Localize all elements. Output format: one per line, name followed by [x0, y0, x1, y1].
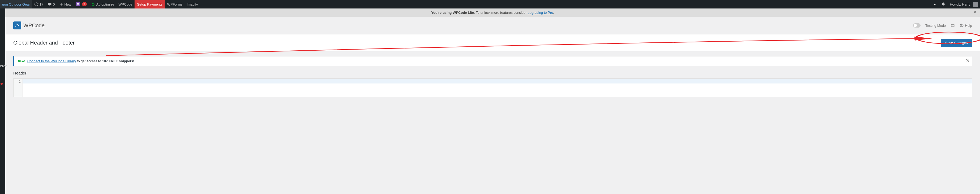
avatar: [973, 2, 978, 6]
my-account-item[interactable]: Howdy, Harry: [948, 0, 980, 8]
wpcode-header: /> WPCode Testing Mode Help: [5, 17, 980, 34]
wpforms-badge: 2: [82, 2, 87, 6]
comments-item[interactable]: 0: [45, 0, 57, 8]
howdy-text: Howdy, Harry: [950, 2, 970, 6]
header-section: Header 1: [13, 71, 972, 97]
help-label: Help: [965, 24, 972, 28]
testing-mode-toggle[interactable]: [913, 23, 921, 28]
editor-active-line: [22, 79, 972, 84]
close-icon[interactable]: [973, 10, 977, 15]
setup-payments-label: Setup Payments: [137, 2, 162, 6]
library-notice: NEW! Connect to the WPCode Library to ge…: [13, 56, 972, 66]
library-link[interactable]: Connect to the WPCode Library: [27, 59, 76, 63]
sidebar-item-commerce[interactable]: erce: [0, 62, 5, 71]
wpcode-label: WPCode: [119, 2, 132, 6]
svg-rect-2: [77, 5, 78, 5]
setup-payments-item[interactable]: Setup Payments: [135, 0, 165, 8]
svg-rect-0: [77, 3, 78, 4]
wpcode-header-tools: Testing Mode Help: [913, 23, 972, 28]
refresh-icon: [34, 2, 38, 6]
comment-icon: [48, 2, 52, 6]
upgrade-notice-bar: You're using WPCode Lite. To unlock more…: [5, 8, 980, 17]
upgrade-prefix: You're using WPCode Lite: [431, 11, 474, 14]
save-changes-button[interactable]: Save Changes: [941, 39, 972, 47]
testing-mode-label: Testing Mode: [925, 24, 946, 28]
line-number: 1: [15, 80, 21, 84]
upgrade-suffix: .: [553, 11, 554, 14]
notice-middle: to get access to: [76, 59, 102, 63]
wpforms-label: WPForms: [167, 2, 183, 6]
help-item[interactable]: Help: [959, 23, 972, 28]
notice-bold: 187 FREE snippets: [102, 59, 133, 63]
comments-count: 0: [53, 2, 55, 6]
power-icon: [91, 2, 95, 6]
admin-sidebar-fragment: erce: [0, 8, 5, 99]
autoptimize-label: Autoptimize: [96, 2, 115, 6]
autoptimize-item[interactable]: Autoptimize: [89, 0, 116, 8]
sparkle-icon: ✦: [933, 2, 937, 6]
header-code-editor[interactable]: 1: [13, 79, 972, 97]
window-icon[interactable]: [951, 23, 955, 28]
imagify-label: Imagify: [187, 2, 198, 6]
new-item[interactable]: New: [57, 0, 73, 8]
site-name-item[interactable]: gon Outdoor Gear: [0, 0, 32, 8]
dismiss-notice-icon[interactable]: [966, 59, 969, 64]
plus-icon: [59, 2, 64, 6]
svg-rect-1: [77, 4, 78, 5]
svg-rect-5: [951, 24, 954, 27]
wp-admin-bar: gon Outdoor Gear 17 0 New 2 Autoptimize …: [0, 0, 980, 8]
wpcode-brand: WPCode: [23, 22, 45, 28]
upgrade-link[interactable]: upgrading to Pro: [528, 11, 553, 14]
form-icon: [76, 2, 80, 6]
admin-bar-right: ✦ Howdy, Harry: [931, 0, 980, 8]
help-icon: [959, 23, 964, 28]
notice-suffix: !: [133, 59, 134, 63]
updates-count: 17: [40, 2, 43, 6]
svg-point-8: [962, 26, 962, 27]
page-title: Global Header and Footer: [13, 40, 75, 46]
site-name: gon Outdoor Gear: [2, 2, 30, 6]
new-label: New: [65, 2, 72, 6]
wpcode-menu-item[interactable]: WPCode: [116, 0, 135, 8]
upgrade-middle: . To unlock more features consider: [474, 11, 528, 14]
wpcode-logo[interactable]: /> WPCode: [13, 22, 45, 29]
editor-gutter: 1: [14, 79, 22, 97]
wpforms-menu-item[interactable]: WPForms: [165, 0, 185, 8]
header-section-title: Header: [13, 71, 972, 75]
editor-code-area[interactable]: [22, 79, 972, 97]
imagify-item[interactable]: Imagify: [185, 0, 200, 8]
updates-item[interactable]: 17: [32, 0, 45, 8]
sidebar-notification-dot: [0, 83, 3, 85]
wpcode-logo-icon: />: [13, 22, 21, 29]
bell-icon: [941, 2, 945, 6]
notifications-item[interactable]: [939, 0, 948, 8]
wpforms-notif-item[interactable]: 2: [73, 0, 89, 8]
new-tag: NEW!: [18, 60, 25, 63]
page-title-bar: Global Header and Footer Save Changes: [5, 34, 980, 51]
ai-item[interactable]: ✦: [931, 0, 939, 8]
